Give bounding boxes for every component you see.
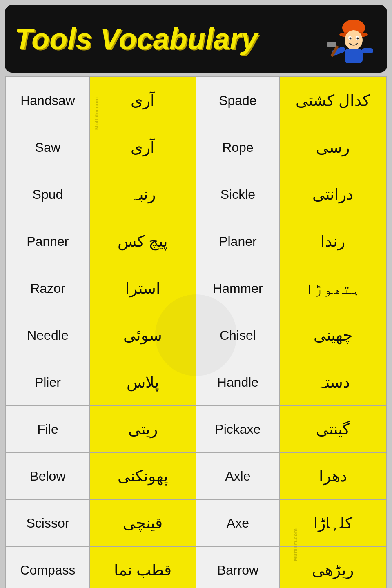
urdu-word-2: رندا xyxy=(280,218,386,265)
table-row: HandsawآریSpadeکدال کشتی xyxy=(6,77,386,124)
table-row: RazorاستراHammerہتھوڑا xyxy=(6,265,386,312)
english-word-1: Plier xyxy=(6,359,90,406)
english-word-1: Saw xyxy=(6,124,90,171)
page-header: Tools Vocabulary xyxy=(5,5,387,73)
english-word-1: Compass xyxy=(6,547,90,588)
svg-rect-12 xyxy=(362,48,373,53)
english-word-1: Scissor xyxy=(6,500,90,547)
table-row: Pannerپیچ کسPlanerرندا xyxy=(6,218,386,265)
urdu-word-2: ہتھوڑا xyxy=(280,265,386,312)
table-row: BelowپھونکنیAxleدھرا xyxy=(6,453,386,500)
mascot-image xyxy=(324,12,377,65)
english-word-1: Handsaw xyxy=(6,77,90,124)
english-word-2: Spade xyxy=(196,77,280,124)
urdu-word-1: پھونکنی xyxy=(89,453,196,500)
urdu-word-2: رسی xyxy=(280,124,386,171)
urdu-word-2: دھرا xyxy=(280,453,386,500)
english-word-2: Rope xyxy=(196,124,280,171)
english-word-1: Spud xyxy=(6,171,90,218)
english-word-2: Pickaxe xyxy=(196,406,280,453)
english-word-1: Below xyxy=(6,453,90,500)
english-word-2: Axle xyxy=(196,453,280,500)
urdu-word-1: قطب نما xyxy=(89,547,196,588)
urdu-word-1: قینچی xyxy=(89,500,196,547)
urdu-word-1: استرا xyxy=(89,265,196,312)
watermark-left: Muftiilm.com xyxy=(94,97,100,130)
svg-point-6 xyxy=(350,38,352,40)
urdu-word-2: کدال کشتی xyxy=(280,77,386,124)
english-word-2: Barrow xyxy=(196,547,280,588)
urdu-word-1: پلاس xyxy=(89,359,196,406)
table-row: ScissorقینچیAxeکلہاڑا xyxy=(6,500,386,547)
english-word-2: Chisel xyxy=(196,312,280,359)
page-title: Tools Vocabulary xyxy=(15,22,258,56)
english-word-2: Handle xyxy=(196,359,280,406)
english-word-2: Hammer xyxy=(196,265,280,312)
table-row: FileریتیPickaxeگینتی xyxy=(6,406,386,453)
urdu-word-2: درانتی xyxy=(280,171,386,218)
english-word-2: Planer xyxy=(196,218,280,265)
watermark-right: Muftiilm.com xyxy=(292,528,298,561)
svg-rect-8 xyxy=(345,49,363,63)
svg-rect-10 xyxy=(327,42,336,47)
english-word-2: Axe xyxy=(196,500,280,547)
urdu-word-2: چھینی xyxy=(280,312,386,359)
english-word-1: Needle xyxy=(6,312,90,359)
urdu-word-1: آری xyxy=(89,77,196,124)
urdu-word-2: دستہ xyxy=(280,359,386,406)
table-row: PlierپلاسHandleدستہ xyxy=(6,359,386,406)
table-row: Compassقطب نماBarrowریڑھی xyxy=(6,547,386,588)
vocabulary-table-container: Muftiilm.com Muftiilm.com HandsawآریSpad… xyxy=(5,76,387,588)
vocabulary-table: HandsawآریSpadeکدال کشتیSawآریRopeرسیSpu… xyxy=(6,77,386,588)
urdu-word-1: پیچ کس xyxy=(89,218,196,265)
english-word-1: Razor xyxy=(6,265,90,312)
urdu-word-1: ریتی xyxy=(89,406,196,453)
svg-point-7 xyxy=(357,38,359,40)
svg-point-3 xyxy=(345,30,363,50)
english-word-1: Panner xyxy=(6,218,90,265)
english-word-2: Sickle xyxy=(196,171,280,218)
urdu-word-2: گینتی xyxy=(280,406,386,453)
urdu-word-1: رنبہ xyxy=(89,171,196,218)
urdu-word-1: سوئی xyxy=(89,312,196,359)
english-word-1: File xyxy=(6,406,90,453)
table-row: NeedleسوئیChiselچھینی xyxy=(6,312,386,359)
table-row: SawآریRopeرسی xyxy=(6,124,386,171)
urdu-word-1: آری xyxy=(89,124,196,171)
table-row: SpudرنبہSickleدرانتی xyxy=(6,171,386,218)
